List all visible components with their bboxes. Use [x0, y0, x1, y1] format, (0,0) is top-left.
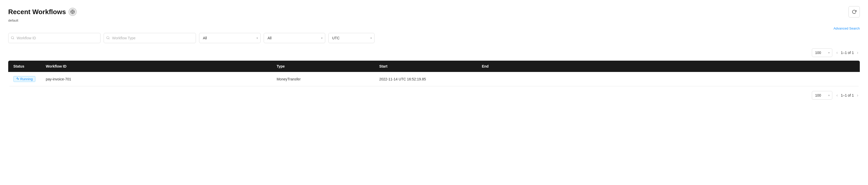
cell-end	[476, 72, 860, 86]
workflow-id-search-wrapper	[8, 33, 100, 43]
timezone-filter-select[interactable]: UTC Local	[328, 33, 374, 43]
status-label: Running	[20, 77, 33, 81]
page-size-wrapper-bottom: 100 50 25 10 ▾	[812, 91, 832, 100]
workflow-id-input[interactable]	[8, 33, 100, 43]
cell-start: 2022-11-14 UTC 16:52:19.85	[374, 72, 476, 86]
col-header-status: Status	[8, 61, 40, 72]
page-info-text-top: 1–1 of 1	[841, 51, 854, 55]
running-icon	[16, 77, 19, 81]
prev-page-button-bottom[interactable]: ‹	[835, 92, 839, 98]
page-size-wrapper-top: 100 50 25 10 ▾	[812, 48, 832, 57]
workflow-id-search-icon	[11, 36, 14, 40]
col-header-type: Type	[271, 61, 374, 72]
second-filter-wrapper: All ▾	[264, 33, 325, 43]
cell-status: Running	[8, 72, 40, 86]
cell-workflowid: pay-invoice-701	[40, 72, 271, 86]
svg-point-1	[72, 11, 73, 12]
col-header-workflowid: Workflow ID	[40, 61, 271, 72]
svg-line-9	[109, 38, 110, 39]
workflows-table: Status Workflow ID Type Start End	[8, 61, 860, 86]
prev-page-button-top[interactable]: ‹	[835, 50, 839, 55]
header-row: Recent Workflows	[8, 6, 860, 18]
bottom-pagination-row: 100 50 25 10 ▾ ‹ 1–1 of 1 ›	[8, 91, 860, 100]
title-area: Recent Workflows	[8, 8, 77, 16]
page-info-text-bottom: 1–1 of 1	[841, 93, 854, 97]
refresh-button[interactable]	[848, 6, 860, 18]
table-header-row: Status Workflow ID Type Start End	[8, 61, 860, 72]
col-header-end: End	[476, 61, 860, 72]
page-title: Recent Workflows	[8, 8, 66, 16]
second-filter-select[interactable]: All	[264, 33, 325, 43]
page-container: Recent Workflows default Advanced S	[0, 0, 868, 106]
svg-line-7	[13, 38, 14, 39]
timezone-filter-wrapper: UTC Local ▾	[328, 33, 374, 43]
page-size-select-top[interactable]: 100 50 25 10	[812, 48, 832, 57]
table-header: Status Workflow ID Type Start End	[8, 61, 860, 72]
status-filter-select[interactable]: All Running Completed Failed Cancelled T…	[199, 33, 260, 43]
namespace-icon	[68, 8, 77, 16]
cell-type: MoneyTransfer	[271, 72, 374, 86]
status-filter-wrapper: All Running Completed Failed Cancelled T…	[199, 33, 260, 43]
table-row: Running pay-invoice-701 MoneyTransfer 20…	[8, 72, 860, 86]
page-info-bottom: ‹ 1–1 of 1 ›	[835, 92, 860, 98]
next-page-button-bottom[interactable]: ›	[856, 92, 860, 98]
workflow-type-search-icon	[106, 36, 110, 40]
filters-row: All Running Completed Failed Cancelled T…	[8, 33, 860, 43]
workflow-id-link[interactable]: pay-invoice-701	[45, 77, 71, 81]
page-size-select-bottom[interactable]: 100 50 25 10	[812, 91, 832, 100]
page-info-top: ‹ 1–1 of 1 ›	[835, 50, 860, 55]
workflow-type-input[interactable]	[104, 33, 196, 43]
top-pagination-row: 100 50 25 10 ▾ ‹ 1–1 of 1 ›	[8, 48, 860, 57]
workflow-type-search-wrapper	[104, 33, 196, 43]
workflow-type-value: MoneyTransfer	[277, 77, 301, 81]
advanced-search-row: Advanced Search	[8, 26, 860, 30]
status-badge[interactable]: Running	[13, 76, 35, 82]
next-page-button-top[interactable]: ›	[856, 50, 860, 55]
advanced-search-link[interactable]: Advanced Search	[833, 26, 860, 30]
namespace-subtitle: default	[8, 19, 860, 22]
table-body: Running pay-invoice-701 MoneyTransfer 20…	[8, 72, 860, 86]
col-header-start: Start	[374, 61, 476, 72]
workflow-start-value: 2022-11-14 UTC 16:52:19.85	[379, 77, 426, 81]
